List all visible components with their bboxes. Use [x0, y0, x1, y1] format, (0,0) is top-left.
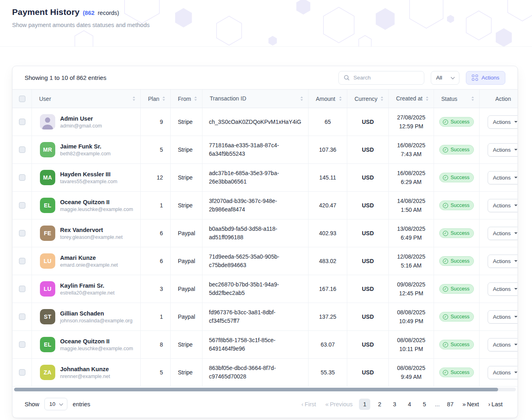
search-box[interactable]	[338, 71, 424, 85]
user-info: Johnathan Kunze nrenner@example.net	[60, 366, 110, 379]
user-cell: LU Amari Kunze emard.onie@example.net	[32, 247, 141, 275]
user-info: Admin User admin@gmail.com	[60, 115, 102, 129]
created-at-cell: 08/08/2025 9:49 AM	[389, 359, 434, 386]
pagination-page-1[interactable]: 1	[359, 399, 370, 410]
pagination-page-2-label: 2	[378, 401, 381, 407]
sort-icon[interactable]	[133, 96, 135, 101]
check-circle-icon: ✓	[443, 147, 448, 153]
row-checkbox[interactable]	[19, 258, 25, 264]
column-header-currency[interactable]: Currency	[347, 90, 389, 108]
page-title: Payment History	[12, 7, 79, 17]
user-name: Rex Vandervort	[60, 227, 123, 233]
action-cell: Actions	[480, 192, 518, 219]
records-count: (862	[83, 10, 94, 16]
select-all-checkbox[interactable]	[19, 96, 25, 102]
sort-icon[interactable]	[471, 96, 474, 101]
entries-label: entries	[73, 401, 90, 407]
plan-cell: 6	[141, 219, 171, 247]
plan-cell: 12	[141, 164, 171, 191]
row-actions-button[interactable]: Actions	[488, 143, 518, 157]
row-checkbox-cell	[13, 247, 32, 275]
user-info: Amari Kunze emard.onie@example.net	[60, 255, 118, 268]
transaction-id-cell: adc37b1e-685a-35e3-97ba-26e3bba06561	[202, 164, 309, 191]
row-actions-button[interactable]: Actions	[488, 338, 518, 351]
payment-method-cell: Stripe	[171, 136, 202, 163]
created-date: 16/08/2025	[397, 169, 425, 177]
sort-icon[interactable]	[300, 96, 303, 101]
row-checkbox[interactable]	[19, 202, 25, 209]
row-checkbox[interactable]	[19, 369, 25, 376]
pagination-page-5[interactable]: 5	[419, 399, 430, 410]
row-actions-button[interactable]: Actions	[488, 199, 518, 212]
column-header-from[interactable]: From	[171, 90, 202, 108]
user-email: beth82@example.com	[60, 151, 111, 157]
user-email: emard.onie@example.net	[60, 262, 118, 268]
row-checkbox[interactable]	[19, 174, 25, 181]
row-actions-button[interactable]: Actions	[488, 255, 518, 268]
check-circle-icon: ✓	[443, 314, 448, 320]
status-badge: ✓ Success	[439, 256, 474, 266]
row-checkbox[interactable]	[19, 146, 25, 153]
filter-dropdown[interactable]: All	[431, 71, 459, 85]
chevron-down-icon	[451, 75, 455, 79]
row-checkbox[interactable]	[19, 341, 25, 348]
action-cell: Actions	[480, 359, 518, 386]
row-checkbox[interactable]	[19, 119, 25, 125]
row-actions-button[interactable]: Actions	[488, 171, 518, 184]
column-header-txn[interactable]: Transaction ID	[202, 90, 309, 108]
status-label: Success	[451, 314, 469, 320]
pagination-page-2[interactable]: 2	[374, 399, 385, 410]
pagination-page-87[interactable]: 87	[444, 399, 456, 410]
pagination-page-3[interactable]: 3	[389, 399, 400, 410]
column-header-status[interactable]: Status	[434, 90, 480, 108]
row-actions-button[interactable]: Actions	[488, 366, 518, 379]
scrollbar-thumb[interactable]	[14, 388, 498, 391]
pagination-next[interactable]: »Next	[459, 401, 482, 407]
page-size-select[interactable]: 10	[44, 398, 67, 410]
row-actions-button[interactable]: Actions	[488, 282, 518, 296]
pagination-previous[interactable]: «Previous	[323, 401, 356, 407]
card-footer: Show 10 entries ‹First«Previous12345...8…	[13, 392, 517, 418]
created-time: 12:45 PM	[399, 290, 424, 297]
payment-method-cell: Stripe	[171, 164, 202, 191]
row-checkbox[interactable]	[19, 313, 25, 320]
sort-icon[interactable]	[381, 96, 383, 101]
created-at-cell: 27/08/2025 12:59 PM	[389, 108, 434, 136]
column-header-amount[interactable]: Amount	[309, 90, 347, 108]
column-header-user[interactable]: User	[32, 90, 141, 108]
grid-icon	[472, 75, 478, 81]
amount-cell: 65	[309, 108, 347, 136]
row-actions-button[interactable]: Actions	[488, 310, 518, 324]
column-header-created[interactable]: Created at	[389, 90, 434, 108]
row-checkbox[interactable]	[19, 286, 25, 292]
sort-icon[interactable]	[163, 96, 165, 101]
pagination-page-4[interactable]: 4	[404, 399, 415, 410]
created-date: 27/08/2025	[397, 114, 425, 121]
payment-method-cell: Stripe	[171, 331, 202, 358]
sort-icon[interactable]	[194, 96, 197, 101]
double-chevron-right-icon: »	[462, 401, 465, 407]
amount-cell: 137.25	[309, 303, 347, 330]
pagination-page-4-label: 4	[408, 401, 411, 407]
row-checkbox-cell	[13, 136, 32, 163]
sort-icon[interactable]	[426, 96, 428, 101]
row-actions-button[interactable]: Actions	[488, 115, 518, 129]
row-checkbox-cell	[13, 303, 32, 330]
show-label: Show	[25, 401, 39, 407]
created-date: 08/08/2025	[397, 364, 425, 372]
row-actions-label: Actions	[493, 147, 511, 153]
column-header-action[interactable]: Action	[480, 90, 518, 108]
pagination-last[interactable]: ›Last	[486, 401, 505, 407]
avatar: LU	[40, 253, 55, 269]
horizontal-scrollbar[interactable]	[14, 388, 516, 391]
transaction-id: 863bf05e-dbcd-3664-8f7d-c97465d70028	[209, 364, 302, 381]
currency-cell: USD	[347, 192, 389, 219]
search-input[interactable]	[353, 75, 419, 81]
pagination-first[interactable]: ‹First	[298, 401, 319, 407]
pagination-page-3-label: 3	[393, 401, 396, 407]
sort-icon[interactable]	[339, 96, 342, 101]
column-header-plan[interactable]: Plan	[141, 90, 171, 108]
row-checkbox[interactable]	[19, 230, 25, 236]
row-actions-button[interactable]: Actions	[488, 227, 518, 240]
bulk-actions-button[interactable]: Actions	[466, 71, 505, 85]
